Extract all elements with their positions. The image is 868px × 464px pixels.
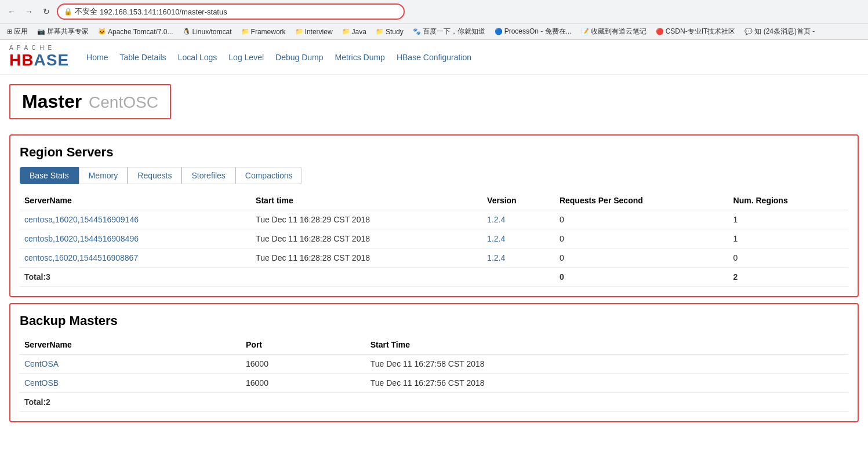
server-link[interactable]: centosa,16020,1544516909146 bbox=[24, 215, 139, 224]
bm-zhihu[interactable]: 💬 知 (24条消息)首页 - bbox=[742, 25, 817, 38]
bm-total-time bbox=[366, 393, 848, 412]
bm-linux[interactable]: 🐧 Linux/tomcat bbox=[180, 27, 234, 37]
browser-chrome: ← → ↻ 🔒 不安全 192.168.153.141:16010/master… bbox=[0, 0, 868, 40]
server-name-cell: centosa,16020,1544516909146 bbox=[20, 210, 251, 229]
bm-start-time-cell: Tue Dec 11 16:27:56 CST 2018 bbox=[366, 374, 848, 393]
table-header-row: ServerName Start time Version Requests P… bbox=[20, 191, 848, 210]
hbase-logo: A P A C H E HBASE bbox=[9, 45, 69, 70]
lock-icon: 🔒 bbox=[64, 8, 72, 16]
bm-framework[interactable]: 📁 Framework bbox=[239, 27, 288, 37]
start-time-cell: Tue Dec 11 16:28:28 CST 2018 bbox=[251, 229, 482, 249]
forward-button[interactable]: → bbox=[22, 5, 36, 19]
backup-table-header-row: ServerName Port Start Time bbox=[20, 335, 848, 355]
backup-col-start-time: Start Time bbox=[366, 335, 848, 355]
bm-framework-label: Framework bbox=[251, 28, 286, 36]
col-server-name: ServerName bbox=[20, 191, 251, 210]
bm-total-port bbox=[241, 393, 366, 412]
table-row: CentOSA 16000 Tue Dec 11 16:27:58 CST 20… bbox=[20, 355, 848, 374]
regions-cell: 0 bbox=[729, 249, 848, 268]
table-row: centosc,16020,1544516908867 Tue Dec 11 1… bbox=[20, 249, 848, 268]
total-version bbox=[482, 268, 555, 287]
tab-memory[interactable]: Memory bbox=[79, 167, 128, 184]
bm-start-time-cell: Tue Dec 11 16:27:58 CST 2018 bbox=[366, 355, 848, 374]
bm-total-label: Total:2 bbox=[20, 393, 241, 412]
nav-hbase-config[interactable]: HBase Configuration bbox=[397, 53, 471, 62]
security-label: 不安全 bbox=[75, 6, 97, 17]
tab-base-stats[interactable]: Base Stats bbox=[20, 167, 79, 184]
col-requests-per-second: Requests Per Second bbox=[555, 191, 729, 210]
processon-icon: 🔵 bbox=[495, 28, 503, 35]
apache-label: A P A C H E bbox=[9, 45, 69, 51]
browser-toolbar: ← → ↻ 🔒 不安全 192.168.153.141:16010/master… bbox=[0, 0, 868, 23]
java-icon: 📁 bbox=[342, 28, 350, 35]
linux-icon: 🐧 bbox=[183, 28, 191, 35]
total-start-time bbox=[251, 268, 482, 287]
server-link[interactable]: centosc,16020,1544516908867 bbox=[24, 253, 138, 262]
bm-study[interactable]: 📁 Study bbox=[373, 27, 406, 37]
backup-masters-section: Backup Masters ServerName Port Start Tim… bbox=[9, 303, 859, 422]
backup-col-port: Port bbox=[241, 335, 366, 355]
nav-local-logs[interactable]: Local Logs bbox=[178, 53, 217, 62]
regions-cell: 1 bbox=[729, 229, 848, 249]
bm-processon[interactable]: 🔵 ProcessOn - 免费在... bbox=[492, 25, 574, 38]
bookmarks-bar: ⊞ 应用 📷 屏幕共享专家 🐱 Apache Tomcat/7.0... 🐧 L… bbox=[0, 23, 868, 39]
youdao-icon: 📝 bbox=[581, 28, 589, 35]
bm-java[interactable]: 📁 Java bbox=[340, 27, 369, 37]
bm-zhihu-label: 知 (24条消息)首页 - bbox=[754, 27, 815, 36]
table-row: centosb,16020,1544516908496 Tue Dec 11 1… bbox=[20, 229, 848, 249]
tab-requests[interactable]: Requests bbox=[128, 167, 181, 184]
col-start-time: Start time bbox=[251, 191, 482, 210]
bm-apps[interactable]: ⊞ 应用 bbox=[5, 25, 30, 38]
nav-log-level[interactable]: Log Level bbox=[228, 53, 264, 62]
bm-apps-label: 应用 bbox=[14, 27, 28, 36]
page-content: A P A C H E HBASE Home Table Details Loc… bbox=[0, 40, 868, 422]
reload-button[interactable]: ↻ bbox=[39, 5, 53, 19]
bm-csdn-label: CSDN-专业IT技术社区 bbox=[666, 27, 736, 36]
nav-table-details[interactable]: Table Details bbox=[119, 53, 166, 62]
server-name-cell: centosc,16020,1544516908867 bbox=[20, 249, 251, 268]
backup-masters-table: ServerName Port Start Time CentOSA 16000… bbox=[20, 335, 848, 412]
bm-tomcat[interactable]: 🐱 Apache Tomcat/7.0... bbox=[96, 27, 176, 37]
bm-server-name-cell: CentOSB bbox=[20, 374, 241, 393]
bm-csdn[interactable]: 🔴 CSDN-专业IT技术社区 bbox=[653, 25, 738, 38]
bm-interview-label: Interview bbox=[305, 28, 333, 36]
bm-tomcat-label: Apache Tomcat/7.0... bbox=[108, 28, 173, 36]
total-label: Total:3 bbox=[20, 268, 251, 287]
bm-baidu[interactable]: 🐾 百度一下，你就知道 bbox=[411, 25, 488, 38]
version-link[interactable]: 1.2.4 bbox=[487, 253, 505, 262]
csdn-icon: 🔴 bbox=[656, 28, 664, 35]
bm-linux-label: Linux/tomcat bbox=[193, 28, 232, 36]
bm-server-link[interactable]: CentOSA bbox=[24, 359, 59, 368]
url-text: 192.168.153.141:16010/master-status bbox=[100, 8, 227, 16]
bm-youdao[interactable]: 📝 收藏到有道云笔记 bbox=[579, 25, 649, 38]
requests-cell: 0 bbox=[555, 249, 729, 268]
nav-home[interactable]: Home bbox=[86, 53, 108, 62]
bm-port-cell: 16000 bbox=[241, 374, 366, 393]
region-servers-title: Region Servers bbox=[20, 145, 848, 160]
bm-screen-label: 屏幕共享专家 bbox=[47, 27, 89, 36]
bm-screen[interactable]: 📷 屏幕共享专家 bbox=[35, 25, 91, 38]
back-button[interactable]: ← bbox=[5, 5, 19, 19]
tomcat-icon: 🐱 bbox=[98, 28, 106, 35]
region-servers-tabs: Base Stats Memory Requests Storefiles Co… bbox=[20, 167, 848, 184]
nav-metrics-dump[interactable]: Metrics Dump bbox=[335, 53, 385, 62]
total-regions: 2 bbox=[729, 268, 848, 287]
server-link[interactable]: centosb,16020,1544516908496 bbox=[24, 234, 139, 243]
bm-server-link[interactable]: CentOSB bbox=[24, 378, 59, 388]
bm-interview[interactable]: 📁 Interview bbox=[293, 27, 335, 37]
col-num-regions: Num. Regions bbox=[729, 191, 848, 210]
zhihu-icon: 💬 bbox=[744, 28, 753, 35]
bm-processon-label: ProcessOn - 免费在... bbox=[504, 27, 572, 36]
tab-compactions[interactable]: Compactions bbox=[235, 167, 303, 184]
table-row: centosa,16020,1544516909146 Tue Dec 11 1… bbox=[20, 210, 848, 229]
master-title-box: Master CentOSC bbox=[9, 84, 171, 119]
regions-cell: 1 bbox=[729, 210, 848, 229]
version-link[interactable]: 1.2.4 bbox=[487, 234, 505, 243]
address-bar[interactable]: 🔒 不安全 192.168.153.141:16010/master-statu… bbox=[57, 3, 405, 20]
nav-debug-dump[interactable]: Debug Dump bbox=[275, 53, 324, 62]
bm-server-name-cell: CentOSA bbox=[20, 355, 241, 374]
col-version: Version bbox=[482, 191, 555, 210]
bm-study-label: Study bbox=[386, 28, 404, 36]
version-link[interactable]: 1.2.4 bbox=[487, 215, 505, 224]
tab-storefiles[interactable]: Storefiles bbox=[181, 167, 235, 184]
